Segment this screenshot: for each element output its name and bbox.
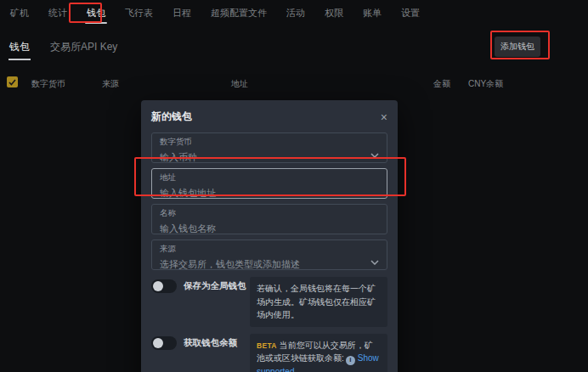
- nav-item-stats[interactable]: 统计: [47, 0, 69, 25]
- nav-item-access[interactable]: 权限: [323, 0, 345, 25]
- checkmark-icon: [8, 79, 16, 86]
- modal-title: 新的钱包: [151, 110, 192, 124]
- fetch-balance-description: BETA当前您可以从交易所，矿池或或区块链获取余额:iShow supporte…: [250, 334, 387, 372]
- name-field[interactable]: 名称: [151, 204, 387, 234]
- toggle-knob: [153, 338, 163, 348]
- chevron-down-icon: [370, 146, 379, 161]
- address-field[interactable]: 地址: [151, 168, 387, 199]
- coin-input[interactable]: [160, 152, 361, 162]
- column-header-cny-balance: CNY余额: [468, 78, 503, 90]
- column-header-source: 来源: [102, 78, 119, 90]
- nav-item-activity[interactable]: 活动: [285, 0, 307, 25]
- wallet-table-header: 数字货币 来源 地址 金额 CNY余额: [0, 76, 588, 93]
- name-field-label: 名称: [160, 208, 379, 219]
- fetch-balance-toggle-row: 获取钱包余额 BETA当前您可以从交易所，矿池或或区块链获取余额:iShow s…: [151, 334, 387, 372]
- nav-item-flight-sheets[interactable]: 飞行表: [123, 0, 155, 25]
- column-header-address: 地址: [231, 78, 248, 90]
- app-screen: 矿机 统计 钱包 飞行表 日程 超频配置文件 活动 权限 账单 设置 钱包 交易…: [0, 0, 588, 372]
- column-header-balance: 金额: [433, 78, 450, 90]
- chevron-down-icon: [370, 253, 379, 268]
- top-nav: 矿机 统计 钱包 飞行表 日程 超频配置文件 活动 权限 账单 设置: [0, 0, 588, 25]
- fetch-balance-toggle[interactable]: [151, 336, 177, 350]
- new-wallet-modal: 新的钱包 × 数字货币 地址 名称 来源 保存为全局钱包: [141, 100, 398, 372]
- global-wallet-toggle[interactable]: [151, 279, 177, 293]
- global-wallet-toggle-label: 保存为全局钱包: [184, 280, 250, 292]
- source-input[interactable]: [160, 259, 361, 269]
- select-all-checkbox[interactable]: [7, 76, 18, 87]
- source-select-field[interactable]: 来源: [151, 240, 387, 270]
- nav-item-schedules[interactable]: 日程: [171, 0, 193, 25]
- sub-header: 钱包 交易所API Key 添加钱包: [0, 32, 588, 61]
- fetch-balance-toggle-label: 获取钱包余额: [184, 337, 250, 349]
- nav-item-billing[interactable]: 账单: [361, 0, 383, 25]
- global-wallet-description: 若确认，全局钱包将在每一个矿场内生成。矿场钱包仅在相应矿场内使用。: [250, 277, 387, 327]
- close-icon[interactable]: ×: [381, 111, 387, 123]
- add-wallet-button[interactable]: 添加钱包: [495, 37, 540, 57]
- coin-select-field[interactable]: 数字货币: [151, 132, 387, 163]
- nav-item-settings[interactable]: 设置: [399, 0, 421, 25]
- nav-item-workers[interactable]: 矿机: [8, 0, 31, 25]
- beta-badge: BETA: [257, 341, 277, 350]
- tab-wallets[interactable]: 钱包: [8, 35, 31, 59]
- column-header-coin: 数字货币: [31, 78, 65, 90]
- name-input[interactable]: [160, 223, 361, 234]
- nav-item-oc-profiles[interactable]: 超频配置文件: [209, 0, 269, 25]
- nav-item-wallets[interactable]: 钱包: [85, 0, 107, 25]
- toggle-knob: [153, 281, 163, 291]
- global-wallet-toggle-row: 保存为全局钱包 若确认，全局钱包将在每一个矿场内生成。矿场钱包仅在相应矿场内使用…: [151, 277, 387, 327]
- info-icon[interactable]: i: [346, 356, 355, 365]
- source-field-label: 来源: [160, 244, 379, 255]
- address-input[interactable]: [160, 188, 361, 198]
- address-field-label: 地址: [160, 172, 379, 183]
- modal-header: 新的钱包 ×: [151, 110, 387, 124]
- tab-exchange-api-key[interactable]: 交易所API Key: [49, 35, 118, 59]
- coin-field-label: 数字货币: [160, 137, 379, 148]
